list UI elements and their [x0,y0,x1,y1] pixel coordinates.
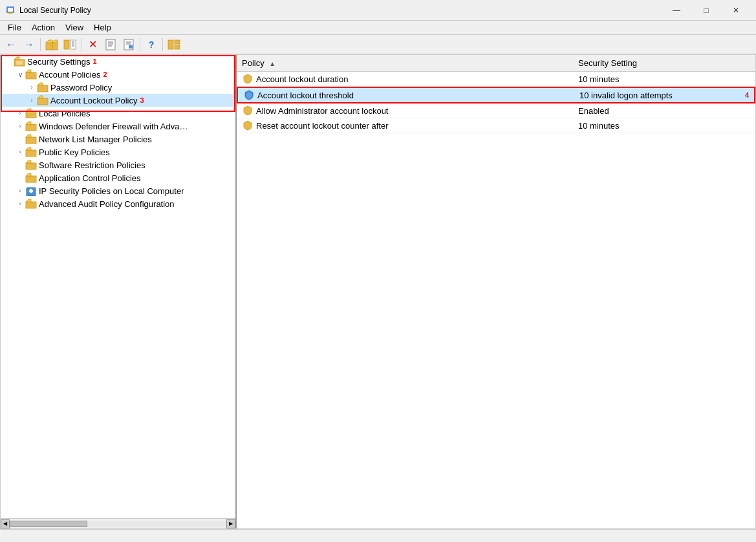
tree-item-application-control[interactable]: Application Control Policies [1,171,235,184]
threshold-security: 10 invalid logon attempts 4 [574,89,754,102]
back-button[interactable]: ← [3,37,19,52]
menu-file[interactable]: File [3,21,27,34]
close-button[interactable]: ✕ [721,0,751,21]
shield-icon-reset [242,120,254,131]
menu-help[interactable]: Help [89,21,116,34]
minimize-button[interactable]: — [662,0,691,21]
local-policies-label: Local Policies [39,109,91,118]
expand-icon-account-policies: ∨ [15,69,25,80]
security-settings-label: Security Settings [27,57,91,67]
policy-cell-duration: Account lockout duration [237,72,573,86]
scroll-left[interactable]: ◀ [1,519,10,528]
svg-rect-34 [26,124,36,131]
software-restriction-label: Software Restriction Policies [39,160,146,170]
expand-icon-public-key: › [15,147,25,157]
reset-counter-label: Reset account lockout counter after [256,121,389,131]
export-button[interactable] [120,37,137,52]
ip-security-label: IP Security Policies on Local Computer [39,186,184,196]
expand-icon-lockout: › [27,95,37,105]
maximize-button[interactable]: □ [691,0,721,21]
forward-button[interactable]: → [21,37,38,52]
scroll-right[interactable]: ▶ [226,519,235,528]
security-column-header[interactable]: Security Setting [573,57,755,69]
svg-marker-33 [26,109,31,111]
admin-security: Enabled [573,105,755,117]
svg-marker-6 [52,40,58,43]
svg-marker-31 [38,96,43,98]
application-control-label: Application Control Policies [39,173,141,183]
tree-item-account-lockout-policy[interactable]: › Account Lockout Policy 3 [1,94,235,107]
svg-rect-1 [8,8,13,12]
svg-rect-26 [26,72,36,79]
tree-item-ip-security[interactable]: › IP Security Policies on Local Computer [1,184,235,197]
delete-button[interactable]: ✕ [84,37,101,52]
horizontal-scrollbar[interactable]: ◀ ▶ [1,518,235,528]
svg-marker-43 [26,173,31,176]
sort-indicator: ▲ [269,60,275,67]
shield-icon-admin [242,105,254,116]
account-policies-label: Account Policies [39,70,100,80]
svg-rect-40 [26,163,36,169]
svg-marker-39 [26,147,31,150]
up-folder-button[interactable] [43,37,60,52]
tree-item-password-policy[interactable]: › Password Policy [1,81,235,94]
svg-rect-2 [8,12,12,14]
duration-security: 10 minutes [573,73,755,85]
tree-item-security-settings[interactable]: Security Settings 1 [1,55,235,68]
menu-view[interactable]: View [60,21,89,34]
right-pane: Policy ▲ Security Setting Account lockou… [237,55,755,528]
badge-2: 2 [103,70,107,78]
svg-rect-38 [26,150,36,157]
tree-item-advanced-audit[interactable]: › Advanced Audit Policy Configuration [1,197,235,210]
row-lockout-duration[interactable]: Account lockout duration 10 minutes [237,72,755,87]
expand-icon-audit: › [15,199,25,209]
software-restriction-icon [25,160,37,170]
policy-column-header[interactable]: Policy ▲ [237,57,573,69]
local-policies-icon [25,108,37,118]
show-hide-button[interactable] [61,37,78,52]
badge-3: 3 [140,96,144,104]
password-policy-label: Password Policy [50,83,112,92]
svg-rect-25 [16,61,23,65]
menu-action[interactable]: Action [27,21,60,34]
expand-icon-local: › [15,108,25,118]
column-header: Policy ▲ Security Setting [237,55,755,72]
left-pane[interactable]: Security Settings 1 ∨ Account Policies 2… [1,55,237,528]
row-admin-lockout[interactable]: Allow Administrator account lockout Enab… [237,103,755,118]
view-button[interactable] [166,37,182,52]
policy-column-label: Policy [242,58,265,68]
svg-marker-41 [26,160,31,163]
row-reset-counter[interactable]: Reset account lockout counter after 10 m… [237,118,755,133]
tree-item-local-policies[interactable]: › Local Policies [1,107,235,120]
windows-defender-icon [25,121,37,131]
tree-item-windows-defender[interactable]: › Windows Defender Firewall with Adva… [1,120,235,133]
tree-item-public-key[interactable]: › Public Key Policies [1,146,235,158]
policy-cell-threshold: Account lockout threshold [238,88,574,102]
advanced-audit-icon [25,199,37,209]
expand-icon-ip: › [15,186,25,196]
svg-rect-45 [26,202,36,208]
tree-item-network-list[interactable]: Network List Manager Policies [1,133,235,146]
properties-button[interactable] [102,37,119,52]
tree-item-software-restriction[interactable]: Software Restriction Policies [1,158,235,171]
toolbar-separator-1 [40,38,41,51]
svg-marker-24 [14,57,19,60]
svg-marker-27 [26,70,31,72]
menu-bar: File Action View Help [0,21,756,35]
svg-marker-29 [38,83,43,85]
svg-marker-35 [26,122,31,124]
row-lockout-threshold[interactable]: Account lockout threshold 10 invalid log… [237,87,755,103]
toolbar-separator-2 [81,38,81,51]
shield-icon-duration [242,73,254,85]
scrollbar-thumb[interactable] [10,521,87,527]
security-settings-icon [14,56,25,67]
threshold-label: Account lockout threshold [257,91,354,100]
help-button[interactable]: ? [143,37,160,52]
admin-lockout-label: Allow Administrator account lockout [256,106,388,116]
svg-rect-5 [52,43,58,50]
scrollbar-track[interactable] [10,521,226,527]
network-list-icon [25,134,37,144]
svg-rect-19 [129,45,133,49]
svg-rect-8 [70,40,76,49]
tree-item-account-policies[interactable]: ∨ Account Policies 2 [1,68,235,81]
